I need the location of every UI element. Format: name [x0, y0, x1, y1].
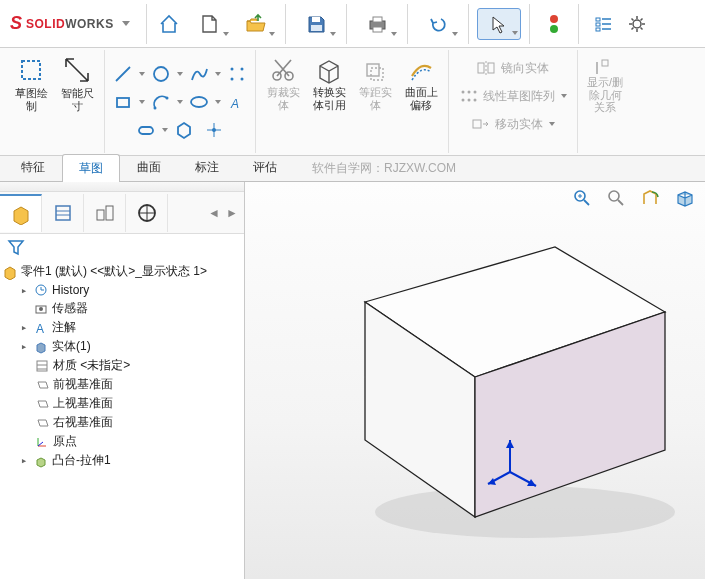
- tree-filter[interactable]: [0, 234, 244, 260]
- svg-marker-27: [178, 123, 190, 138]
- select-button[interactable]: [477, 8, 521, 40]
- mirror-entities-button[interactable]: 镜向实体: [471, 54, 555, 82]
- arc-tool[interactable]: [147, 88, 175, 116]
- tab-surfaces[interactable]: 曲面: [120, 153, 178, 181]
- options-list-button[interactable]: [587, 8, 619, 40]
- offset-on-surface-button[interactable]: 曲面上 偏移: [398, 52, 444, 116]
- configuration-tab[interactable]: [84, 194, 126, 232]
- point-tool[interactable]: [200, 116, 228, 144]
- svg-rect-7: [596, 18, 600, 21]
- panel-grip[interactable]: [0, 182, 244, 192]
- quick-access-toolbar: [153, 4, 653, 44]
- sketch-button[interactable]: 草图绘 制: [8, 52, 54, 116]
- nav-prev[interactable]: ◄: [206, 203, 222, 223]
- display-relations-button[interactable]: 显示/删 除几何 关系: [582, 52, 628, 116]
- tree-annotations[interactable]: ▸A注解: [0, 318, 244, 337]
- new-button[interactable]: [187, 8, 231, 40]
- ribbon-group-sketch: 草图绘 制 智能尺 寸: [4, 50, 105, 153]
- logo-mark: S: [10, 13, 22, 34]
- svg-rect-50: [56, 206, 70, 220]
- svg-rect-4: [373, 27, 382, 32]
- svg-rect-37: [478, 63, 484, 73]
- plane-icon: [34, 415, 50, 431]
- tree-root[interactable]: 零件1 (默认) <<默认>_显示状态 1>: [0, 262, 244, 281]
- title-bar: S SOLIDWORKS: [0, 0, 705, 48]
- main-area: ◄ ► 零件1 (默认) <<默认>_显示状态 1> ▸History 传感器 …: [0, 182, 705, 579]
- svg-point-42: [474, 91, 477, 94]
- panel-nav: ◄ ►: [202, 201, 244, 225]
- trim-button[interactable]: 剪裁实 体: [260, 52, 306, 116]
- save-button[interactable]: [294, 8, 338, 40]
- tab-sketch[interactable]: 草图: [62, 154, 120, 182]
- origin-icon: [34, 434, 50, 450]
- linear-pattern-button[interactable]: 线性草图阵列: [453, 82, 573, 110]
- property-manager-tab[interactable]: [42, 194, 84, 232]
- polygon-tool[interactable]: [170, 116, 198, 144]
- svg-line-33: [277, 60, 291, 76]
- svg-point-18: [241, 67, 244, 70]
- separator: [529, 4, 530, 44]
- plane-icon: [34, 396, 50, 412]
- svg-point-40: [462, 91, 465, 94]
- svg-rect-46: [473, 120, 481, 128]
- solid-body-icon: [33, 339, 49, 355]
- tab-features[interactable]: 特征: [4, 153, 62, 181]
- svg-rect-0: [312, 17, 320, 22]
- watermark-text: 软件自学网：RJZXW.COM: [312, 160, 456, 177]
- svg-point-60: [39, 307, 43, 311]
- tree-sensors[interactable]: 传感器: [0, 299, 244, 318]
- material-icon: [34, 358, 50, 374]
- svg-point-44: [468, 99, 471, 102]
- tree-top-plane[interactable]: 上视基准面: [0, 394, 244, 413]
- tree-bodies[interactable]: ▸实体(1): [0, 337, 244, 356]
- annotation-icon: A: [33, 320, 49, 336]
- rectangle-points-tool[interactable]: [223, 60, 251, 88]
- separator: [407, 4, 408, 44]
- convert-entities-button[interactable]: 转换实 体引用: [306, 52, 352, 116]
- svg-rect-35: [367, 64, 379, 76]
- rebuild-button[interactable]: [538, 8, 570, 40]
- svg-text:A: A: [230, 97, 239, 111]
- svg-line-15: [116, 67, 130, 81]
- svg-point-17: [231, 67, 234, 70]
- ribbon-group-draw-tools: A: [105, 50, 256, 153]
- dimxpert-tab[interactable]: [126, 194, 168, 232]
- svg-point-19: [231, 77, 234, 80]
- move-entities-button[interactable]: 移动实体: [465, 110, 561, 138]
- home-button[interactable]: [153, 8, 185, 40]
- spline-tool[interactable]: [185, 60, 213, 88]
- tree-history[interactable]: ▸History: [0, 281, 244, 299]
- open-button[interactable]: [233, 8, 277, 40]
- line-tool[interactable]: [109, 60, 137, 88]
- svg-point-13: [633, 20, 641, 28]
- nav-next[interactable]: ►: [224, 203, 240, 223]
- feature-tree-tab[interactable]: [0, 194, 42, 232]
- settings-button[interactable]: [621, 8, 653, 40]
- tab-evaluate[interactable]: 评估: [236, 153, 294, 181]
- graphics-viewport[interactable]: [245, 182, 705, 579]
- svg-point-20: [241, 77, 244, 80]
- svg-rect-3: [373, 17, 382, 22]
- app-menu-arrow[interactable]: [122, 21, 130, 26]
- text-tool[interactable]: A: [223, 88, 251, 116]
- ellipse-tool[interactable]: [185, 88, 213, 116]
- smart-dimension-button[interactable]: 智能尺 寸: [54, 52, 100, 116]
- tree-front-plane[interactable]: 前视基准面: [0, 375, 244, 394]
- slot-tool[interactable]: [132, 116, 160, 144]
- tab-annotate[interactable]: 标注: [178, 153, 236, 181]
- print-button[interactable]: [355, 8, 399, 40]
- svg-rect-1: [311, 25, 322, 31]
- tree-extrude1[interactable]: ▸凸台-拉伸1: [0, 451, 244, 470]
- rectangle-tool[interactable]: [109, 88, 137, 116]
- circle-tool[interactable]: [147, 60, 175, 88]
- tree-origin[interactable]: 原点: [0, 432, 244, 451]
- svg-rect-8: [596, 23, 600, 26]
- manager-tabs: ◄ ►: [0, 192, 244, 234]
- undo-button[interactable]: [416, 8, 460, 40]
- extrude-icon: [33, 453, 49, 469]
- svg-rect-53: [97, 210, 104, 220]
- logo-text: SOLIDWORKS: [26, 17, 114, 31]
- tree-material[interactable]: 材质 <未指定>: [0, 356, 244, 375]
- tree-right-plane[interactable]: 右视基准面: [0, 413, 244, 432]
- offset-entities-button[interactable]: 等距实 体: [352, 52, 398, 116]
